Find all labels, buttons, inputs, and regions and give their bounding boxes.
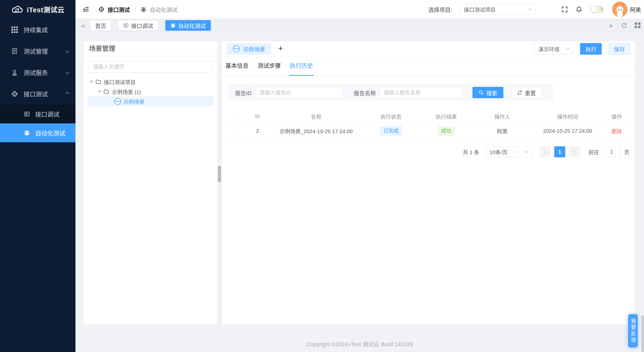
- tree-node-group[interactable]: 示例场景 (1): [84, 87, 217, 96]
- page-size-select[interactable]: 10条/页: [485, 146, 532, 157]
- sidebar-item-label: 测试服务: [24, 68, 48, 77]
- document-icon: [11, 48, 18, 55]
- grid-icon: [11, 26, 18, 33]
- breadcrumb-section[interactable]: 接口测试: [108, 5, 130, 13]
- avatar[interactable]: [612, 2, 628, 17]
- test-badge-icon: TEST: [114, 98, 121, 105]
- goto-label: 前往: [588, 148, 599, 156]
- bell-icon[interactable]: [576, 6, 582, 13]
- workspace-panel: TEST 示例场景 + 演示环境 执行 保存 基本信息 测试步骤 执行历史 报告…: [222, 41, 635, 325]
- panel-resize-handle[interactable]: [218, 166, 221, 182]
- column-status: 执行状态: [362, 110, 420, 123]
- sidebar-item-api-debug[interactable]: 接口调试: [0, 104, 75, 123]
- add-scenario-button[interactable]: +: [278, 44, 283, 52]
- page-tabbar: « 首页 接口调试 自动化测试 »: [75, 19, 644, 32]
- reset-button[interactable]: 重置: [511, 87, 542, 98]
- chevron-down-icon: [525, 149, 528, 153]
- collapse-sidebar-icon[interactable]: [83, 6, 90, 13]
- feedback-button[interactable]: 我要反馈: [628, 314, 638, 347]
- panel-title: 场景管理: [84, 41, 217, 56]
- app-logo[interactable]: iTest测试云: [0, 0, 75, 19]
- tabs-scroll-right-icon[interactable]: »: [604, 19, 617, 32]
- select-all-checkbox[interactable]: [234, 114, 239, 119]
- sidebar-item-continuous-integration[interactable]: 持续集成: [0, 19, 75, 40]
- sidebar-item-label: 自动化测试: [35, 128, 65, 137]
- cell-time: 2024-10-25 17:24:00: [532, 123, 603, 139]
- tree-node-label: 接口测试项目: [104, 78, 136, 86]
- tab-test-steps[interactable]: 测试步骤: [257, 61, 281, 76]
- scrollbar-thumb[interactable]: [641, 315, 644, 352]
- goto-page-input[interactable]: [602, 146, 621, 157]
- status-badge: 已完成: [380, 126, 402, 136]
- tab-basic-info[interactable]: 基本信息: [225, 61, 249, 76]
- topbar-right: 选择项目: 接口测试项目: [428, 2, 641, 17]
- report-name-label: 报告名称: [354, 89, 376, 97]
- fullscreen-icon[interactable]: [561, 6, 568, 13]
- app-root: { "app": { "logo": "iTest测试云" }, "header…: [0, 0, 644, 352]
- page-tab-api-debug[interactable]: 接口调试: [118, 20, 158, 31]
- environment-select[interactable]: 演示环境: [534, 43, 573, 54]
- pagination-total: 共 1 条: [463, 148, 479, 156]
- theme-toggle[interactable]: [590, 6, 605, 13]
- save-button[interactable]: 保存: [609, 43, 630, 55]
- tree-node-scenario-selected[interactable]: TEST 示例场景: [87, 96, 214, 106]
- reset-icon: [517, 90, 522, 95]
- reset-button-label: 重置: [525, 89, 536, 97]
- environment-select-value: 演示环境: [538, 45, 559, 53]
- project-select-label: 选择项目:: [428, 5, 452, 13]
- scenario-chip[interactable]: TEST 示例场景: [227, 43, 271, 55]
- sidebar-item-label: 测试管理: [24, 47, 48, 55]
- sidebar-item-test-management[interactable]: 测试管理: [0, 40, 75, 62]
- current-page-button[interactable]: 1: [554, 146, 565, 157]
- debug-icon: [123, 23, 129, 28]
- content-area: 场景管理 接口测试项目 示例场景 (1): [75, 32, 644, 352]
- tabs-scroll-left-icon[interactable]: «: [79, 22, 88, 29]
- tree-node-project[interactable]: 接口测试项目: [84, 77, 217, 87]
- next-page-icon[interactable]: ›: [569, 146, 580, 157]
- cell-id: 2: [245, 123, 270, 139]
- page-tab-home[interactable]: 首页: [90, 20, 111, 31]
- chevron-down-icon: [528, 7, 532, 11]
- prev-page-icon[interactable]: ‹: [540, 146, 551, 157]
- sidebar-item-label: 接口调试: [35, 110, 59, 118]
- table-header-row: ID 名称 执行状态 执行结果 操作人 操作时间 操作: [227, 110, 630, 123]
- layout-grid-icon[interactable]: [631, 19, 644, 32]
- android-icon: [24, 130, 30, 136]
- report-name-input[interactable]: [379, 87, 462, 98]
- tab-execution-history[interactable]: 执行历史: [289, 61, 313, 76]
- user-menu[interactable]: 阿黑: [612, 2, 641, 17]
- run-button[interactable]: 执行: [580, 43, 602, 55]
- sidebar-item-api-testing[interactable]: 接口测试: [0, 83, 75, 104]
- search-icon: [478, 90, 484, 95]
- row-checkbox[interactable]: [234, 129, 239, 134]
- keyword-search-input[interactable]: [89, 61, 213, 73]
- sidebar: iTest测试云 持续集成 测试管理: [0, 0, 75, 352]
- test-badge-icon: TEST: [233, 45, 240, 52]
- sidebar-item-automated-testing[interactable]: 自动化测试: [0, 123, 75, 142]
- refresh-icon[interactable]: [617, 19, 631, 32]
- caret-down-icon[interactable]: [98, 91, 101, 92]
- sidebar-item-test-services[interactable]: 测试服务: [0, 62, 75, 83]
- report-id-input[interactable]: [255, 87, 343, 98]
- copyright-footer: Copyright ©2024-iTest 测试云 Build 241025: [75, 340, 644, 348]
- chip-icon: [11, 90, 18, 97]
- cell-operator: 阿黑: [473, 123, 532, 139]
- page-size-value: 10条/页: [490, 148, 507, 156]
- project-select[interactable]: 接口测试项目: [460, 4, 536, 15]
- chevron-up-icon: [66, 92, 70, 96]
- breadcrumb: 接口测试 / 自动化测试: [98, 5, 177, 13]
- breadcrumb-page: 自动化测试: [150, 5, 177, 13]
- tree-node-label: 示例场景 (1): [112, 88, 141, 95]
- report-id-label: 报告ID: [235, 89, 252, 97]
- search-button[interactable]: 搜索: [472, 87, 503, 98]
- execution-history-table: ID 名称 执行状态 执行结果 操作人 操作时间 操作 2 示例场景_2024-…: [227, 110, 630, 139]
- folder-icon: [95, 79, 102, 85]
- username: 阿黑: [630, 5, 641, 13]
- folder-icon: [103, 88, 110, 95]
- tabbar-utils: »: [604, 19, 644, 32]
- caret-down-icon[interactable]: [90, 81, 93, 83]
- delete-link[interactable]: 删除: [612, 128, 622, 134]
- page-tab-automated-testing[interactable]: 自动化测试: [165, 20, 211, 31]
- android-icon: [170, 23, 176, 28]
- logo-cloud-icon: [11, 4, 23, 15]
